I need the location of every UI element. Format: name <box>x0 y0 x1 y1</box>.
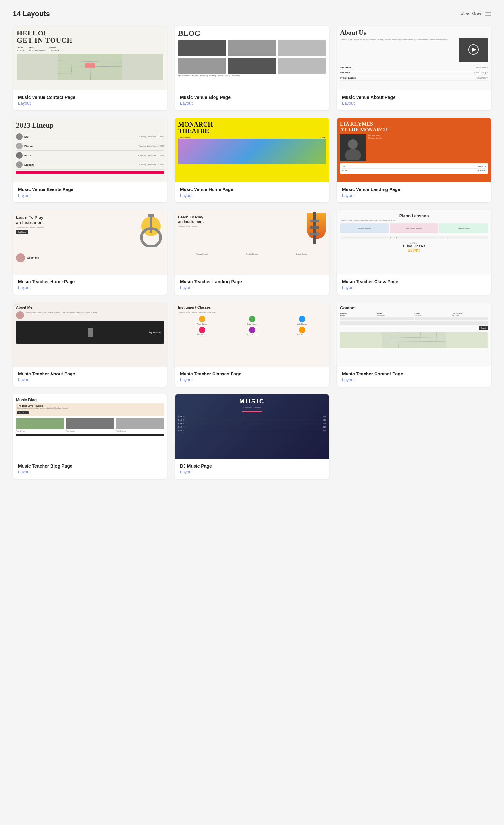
form-submit-button: Submit <box>479 326 488 330</box>
preview-grid <box>178 40 326 74</box>
card-type: Layout <box>180 193 324 198</box>
svg-point-12 <box>348 139 358 149</box>
view-mode-button[interactable]: View Mode <box>460 11 491 16</box>
card-info: Music Teacher About Page Layout <box>13 367 167 387</box>
preview-red-bar <box>16 171 164 174</box>
class-violin: Violin Classes <box>278 316 326 325</box>
event-name-1: Divi <box>24 135 138 138</box>
svg-rect-20 <box>310 233 320 235</box>
card-name: Music Venue Landing Page <box>342 187 486 192</box>
card-type: Layout <box>18 469 162 474</box>
card-dj-music[interactable]: MUSIC SOUND AND COMPANY Track 013:24 Tra… <box>175 394 329 479</box>
card-music-venue-blog[interactable]: BLOG The Best Love Traveled Blooming Wed… <box>175 26 329 110</box>
post-text-1: Post title one <box>16 430 64 432</box>
contact-address: Address123 St <box>340 312 376 316</box>
event-name-3: Extra <box>24 154 136 157</box>
svg-rect-18 <box>310 220 320 222</box>
card-music-teacher-about[interactable]: About Me Lorem ipsum dolor sit amet, con… <box>13 302 167 387</box>
post-item-2: Post title two <box>66 418 114 432</box>
card-music-teacher-contact[interactable]: Contact Address123 St Emailhi@music Phon… <box>337 302 491 387</box>
blog-img-6 <box>278 58 326 74</box>
card-music-venue-events[interactable]: 2023 Lineup Divi Sunday, December 12, 20… <box>13 118 167 202</box>
preview-text: Lorem ipsum dolor sit amet, consectetur … <box>26 311 164 319</box>
preview-artist-info: Pre-Sale Tickets ›Purchase Tickets › <box>368 134 488 161</box>
card-music-venue-home[interactable]: MONARCHTHEATRE Grand Tickets › Event › M… <box>175 118 329 202</box>
preview-featured-post: The Best Love Traveled Lorem ipsum dolor… <box>16 403 164 416</box>
preview-contact-row: Address123 St Emailhi@music Phone555-010… <box>340 312 488 316</box>
card-music-teacher-class[interactable]: Piano Lessons Lorem ipsum dolor sit amet… <box>337 210 491 295</box>
class-guitar: Guitar Classes <box>228 316 276 325</box>
preview-about-label: About Me <box>27 256 38 259</box>
view-mode-label: View Mode <box>460 11 483 16</box>
dj-row-5: Track 054:33 <box>178 429 326 433</box>
card-name: Music Teacher Contact Page <box>342 371 486 376</box>
card-preview: MUSIC SOUND AND COMPANY Track 013:24 Tra… <box>175 394 329 459</box>
card-info: DJ Music Page Layout <box>175 459 329 479</box>
piano-icon <box>199 316 205 322</box>
svg-rect-7 <box>85 63 95 68</box>
preview-two-col: Lorem ipsum dolor sit amet, consectetur … <box>340 39 488 62</box>
card-music-venue-landing[interactable]: LIA RHYMESAT THE MONARCH Pre-Sale Ticket… <box>337 118 491 202</box>
card-preview: LIA RHYMESAT THE MONARCH Pre-Sale Ticket… <box>337 118 491 182</box>
post-text-3: Post title three <box>115 430 164 432</box>
menu-item-1: The VenueBook Now › <box>340 65 488 70</box>
card-type: Layout <box>342 101 486 106</box>
preview-menu: The VenueBook Now › ConcertsView Group ›… <box>340 65 488 81</box>
card-preview: About Us Lorem ipsum dolor sit amet, con… <box>337 26 491 90</box>
card-music-venue-about[interactable]: About Us Lorem ipsum dolor sit amet, con… <box>337 26 491 110</box>
form-field-name <box>340 317 414 320</box>
card-type: Layout <box>342 377 486 382</box>
dj-row-3: Track 035:01 <box>178 422 326 425</box>
contact-phone: Phone555-0100 <box>415 312 451 316</box>
card-music-teacher-classes[interactable]: Instrument Classes Lorem ipsum dolor sit… <box>175 302 329 387</box>
card-info: Music Teacher Contact Page Layout <box>337 367 491 387</box>
form-field-email <box>415 317 488 320</box>
card-name: Music Teacher Class Page <box>342 279 486 284</box>
organ-label: Organ Classes <box>228 334 276 336</box>
card-type: Layout <box>180 377 324 382</box>
class-flexible: Flexible Classes <box>228 253 276 255</box>
dj-row-1: Track 013:24 <box>178 415 326 418</box>
violin-icon <box>299 316 305 322</box>
card-music-teacher-home[interactable]: Learn To Playan Instrument Lorem ipsum d… <box>13 210 167 295</box>
class-advanced: Advanced Classes <box>439 223 488 233</box>
card-name: DJ Music Page <box>180 463 324 468</box>
card-music-teacher-blog[interactable]: Music Blog The Best Love Traveled Lorem … <box>13 394 167 479</box>
preview-heading: About Us <box>340 29 488 36</box>
event-name-4: Elegant <box>24 163 138 166</box>
class-organ: Organ Classes <box>228 327 276 336</box>
event-date-1: Sunday, December 12, 2023 <box>140 136 164 138</box>
featured-read-more: Read More <box>17 411 29 415</box>
svg-rect-16 <box>148 214 154 217</box>
card-music-teacher-landing[interactable]: Learn To Playan Instrument Lorem ipsum d… <box>175 210 329 295</box>
featured-text: Lorem ipsum dolor sit amet consectetur a… <box>17 407 163 409</box>
preview-avatar <box>16 311 24 319</box>
card-type: Layout <box>342 193 486 198</box>
preview-avatar <box>16 253 25 262</box>
card-info: Music Teacher Landing Page Layout <box>175 275 329 295</box>
post-item-1: Post title one <box>16 418 64 432</box>
card-music-venue-contact[interactable]: Hello!GET IN TOUCH Phone555-0100 Emailhe… <box>13 26 167 110</box>
price-amount: $30/hr <box>340 248 488 253</box>
event-date-2: Tuesday, December 14, 2023 <box>139 145 164 147</box>
post-item-3: Post title three <box>115 418 164 432</box>
piano-decoration: ▐▌ <box>85 328 95 337</box>
cello-icon <box>299 327 305 333</box>
card-name: Music Teacher About Page <box>18 371 162 376</box>
class-weekly: Weekly Classes <box>178 253 226 255</box>
preview-map <box>17 54 163 80</box>
price-label: 1 Time Classes <box>340 244 488 248</box>
card-info: Music Venue Events Page Layout <box>13 182 167 202</box>
preview-class-grid: Beginner Classes Intermediate Classes Ad… <box>340 223 488 233</box>
card-preview: Piano Lessons Lorem ipsum dolor sit amet… <box>337 210 491 275</box>
preview-icons-grid: Piano Classes Guitar Classes Violin Clas… <box>178 316 326 336</box>
preview-sub-info: Phone555-0100 Emailhello@venue.com Addre… <box>17 47 163 52</box>
preview-piano-image: ▐▌ My Mission <box>16 321 164 344</box>
event-row-3: Extra Thursday, December 17, 2023 <box>16 151 164 160</box>
preview-description: Lorem ipsum dolor sit amet consectetur a… <box>340 219 488 221</box>
card-name: Music Venue Blog Page <box>180 95 324 100</box>
sub-address: Address123 Main St <box>48 47 60 52</box>
dj-row-2: Track 024:12 <box>178 418 326 422</box>
card-name: Music Teacher Classes Page <box>180 371 324 376</box>
card-type: Layout <box>18 377 162 382</box>
